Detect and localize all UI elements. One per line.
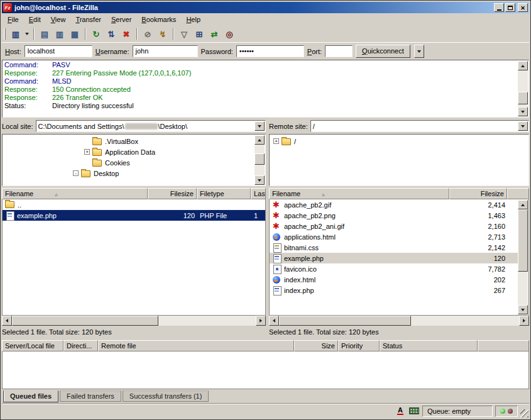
speed-limits-icon[interactable] [408, 406, 420, 416]
scroll-track[interactable] [518, 70, 528, 107]
quickconnect-dropdown-button[interactable] [414, 45, 424, 58]
remote-site-dropdown-button[interactable] [518, 121, 528, 131]
site-manager-button[interactable]: ▥ [8, 27, 23, 41]
file-row[interactable]: apache_pb2.png1,463 [270, 210, 518, 221]
disconnect-button[interactable]: ⊘ [140, 27, 155, 41]
scroll-track[interactable] [279, 316, 519, 326]
data-type-indicator-icon[interactable]: A [395, 406, 406, 416]
reconnect-button[interactable]: ↯ [155, 27, 170, 41]
column-header-remote-file[interactable]: Remote file [98, 340, 294, 351]
menu-server[interactable]: Server [106, 14, 136, 26]
column-header-server-local-file[interactable]: Server/Local file [2, 340, 63, 351]
synchronized-browsing-button[interactable]: ⇄ [207, 27, 222, 41]
remote-site-combobox[interactable]: / [310, 120, 529, 132]
menu-file[interactable]: File [3, 14, 24, 26]
scroll-thumb[interactable] [12, 316, 158, 326]
minimize-button[interactable] [494, 3, 504, 12]
scroll-track[interactable] [12, 316, 256, 326]
remote-file-list-body[interactable]: apache_pb2.gif2,414 apache_pb2.png1,463 … [269, 199, 529, 316]
column-header-status[interactable]: Status [380, 340, 478, 351]
scroll-track[interactable] [255, 145, 265, 175]
scroll-thumb[interactable] [518, 92, 528, 104]
file-row[interactable]: favicon.ico7,782 [270, 263, 518, 274]
scroll-thumb[interactable] [518, 209, 528, 272]
scroll-track[interactable] [518, 209, 528, 305]
menu-help[interactable]: Help [181, 14, 205, 26]
scroll-up-button[interactable] [518, 200, 528, 209]
tree-item[interactable]: +/ [271, 136, 516, 146]
toggle-transfer-queue-button[interactable]: ▦ [67, 27, 82, 41]
local-site-dropdown-button[interactable] [255, 121, 265, 131]
file-row[interactable]: index.html202 [270, 274, 518, 285]
file-row[interactable]: apache_pb2.gif2,414 [270, 199, 518, 210]
column-header-filesize[interactable]: Filesize [449, 188, 507, 199]
maximize-button[interactable] [505, 3, 515, 12]
remote-list-hscrollbar[interactable] [269, 316, 529, 326]
menu-edit[interactable]: Edit [24, 14, 46, 26]
toolbar-grip[interactable] [4, 28, 6, 40]
password-input[interactable]: •••••• [236, 45, 304, 57]
log-scrollbar[interactable] [518, 61, 528, 116]
tab-failed-transfers[interactable]: Failed transfers [60, 390, 121, 402]
scroll-left-button[interactable] [269, 316, 279, 326]
process-queue-button[interactable]: ⇅ [104, 27, 119, 41]
transfer-queue-list[interactable] [2, 351, 529, 389]
column-header-filename[interactable]: Filename [2, 188, 148, 199]
column-header-filetype[interactable]: Filetype [197, 188, 251, 199]
menu-bookmarks[interactable]: Bookmarks [136, 14, 181, 26]
tree-collapse-toggle[interactable]: - [73, 170, 79, 176]
scroll-right-button[interactable] [256, 316, 266, 326]
scroll-thumb[interactable] [255, 153, 265, 165]
scroll-down-button[interactable] [255, 175, 265, 185]
tree-item[interactable]: +Application Data [4, 146, 253, 157]
toggle-message-log-button[interactable]: ▤ [37, 27, 52, 41]
file-row[interactable]: bitnami.css2,142 [270, 242, 518, 253]
scroll-up-button[interactable] [255, 135, 265, 145]
menu-transfer[interactable]: Transfer [70, 14, 106, 26]
filter-button[interactable]: ▽ [177, 27, 192, 41]
local-tree-scrollbar[interactable] [255, 135, 265, 185]
column-header-priority[interactable]: Priority [338, 340, 380, 351]
find-files-button[interactable]: ◎ [222, 27, 237, 41]
refresh-button[interactable]: ↻ [89, 27, 104, 41]
tree-item[interactable]: -Desktop [4, 168, 253, 179]
toggle-directory-trees-button[interactable]: ▥ [52, 27, 67, 41]
remote-list-scrollbar[interactable] [518, 200, 528, 314]
file-row[interactable]: index.php267 [270, 285, 518, 296]
port-input[interactable] [325, 45, 353, 57]
file-row-selected[interactable]: example.php120 [270, 253, 518, 263]
resize-grip[interactable] [520, 409, 528, 417]
tree-expand-toggle[interactable]: + [273, 138, 279, 144]
column-header-size[interactable]: Size [294, 340, 338, 351]
username-input[interactable]: john [133, 45, 198, 57]
local-site-combobox[interactable]: C:\Documents and Settings\\Desktop\ [36, 120, 266, 132]
tree-item[interactable]: .VirtualBox [4, 136, 253, 146]
scroll-down-button[interactable] [518, 305, 528, 314]
directory-comparison-button[interactable]: ⊞ [192, 27, 207, 41]
column-header-direction[interactable]: Directi... [63, 340, 98, 351]
titlebar[interactable]: john@localhost - FileZilla [2, 2, 529, 13]
tree-item[interactable]: Cookies [4, 157, 253, 168]
site-manager-dropdown-button[interactable] [23, 27, 31, 41]
local-list-hscrollbar[interactable] [2, 316, 266, 326]
tab-queued-files[interactable]: Queued files [3, 390, 58, 402]
tree-expand-toggle[interactable]: + [84, 149, 90, 155]
file-row-parent-dir[interactable]: .. [3, 199, 265, 210]
scroll-thumb[interactable] [279, 316, 411, 326]
file-row[interactable]: applications.html2,713 [270, 231, 518, 242]
scroll-down-button[interactable] [518, 107, 528, 116]
quickconnect-button[interactable]: Quickconnect [356, 45, 410, 58]
menu-view[interactable]: View [46, 14, 71, 26]
cancel-button[interactable]: ✖ [119, 27, 134, 41]
close-button[interactable] [518, 3, 528, 12]
column-header-filename[interactable]: Filename [269, 188, 449, 199]
column-header-filesize[interactable]: Filesize [148, 188, 197, 199]
local-file-list-body[interactable]: .. example.php 120 PHP File 1 [2, 199, 266, 316]
file-row[interactable]: apache_pb2_ani.gif2,160 [270, 221, 518, 231]
file-row-selected[interactable]: example.php 120 PHP File 1 [3, 210, 265, 221]
scroll-up-button[interactable] [518, 61, 528, 70]
scroll-left-button[interactable] [2, 316, 12, 326]
tab-successful-transfers[interactable]: Successful transfers (1) [123, 390, 209, 402]
column-header-last-modified[interactable]: Last modified [251, 188, 266, 199]
host-input[interactable]: localhost [25, 45, 92, 57]
